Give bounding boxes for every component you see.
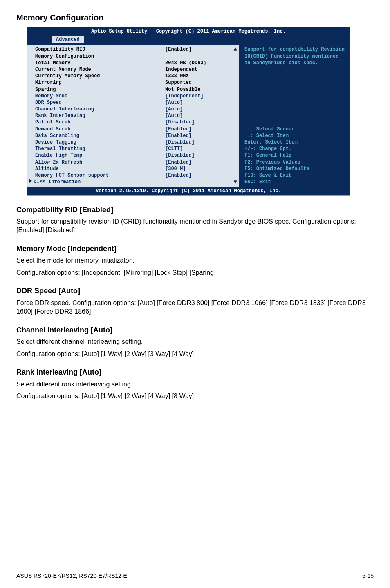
bios-setting-value[interactable]: [Auto] xyxy=(165,106,235,112)
bios-window: Aptio Setup Utility - Copyright (C) 2011… xyxy=(27,27,350,196)
heading-ddr-speed: DDR Speed [Auto] xyxy=(16,286,374,296)
heading-rank-int: Rank Interleaving [Auto] xyxy=(16,367,374,377)
bios-left-panel: ▲ Compatibility RID[Enabled]Memory Confi… xyxy=(27,43,240,187)
bios-header: Aptio Setup Utility - Copyright (C) 2011… xyxy=(27,27,350,43)
heading-compat-rid: Compatibility RID [Enabled] xyxy=(16,205,374,215)
bios-setting-value[interactable]: [CLTT] xyxy=(165,146,235,152)
bios-setting-value[interactable]: [Disabled] xyxy=(165,139,235,146)
bios-setting-value[interactable]: [Enabled] xyxy=(165,159,235,166)
bios-setting-label: Memory Mode xyxy=(35,93,165,99)
help-f5: F5: Optimized Defaults xyxy=(244,166,347,172)
bios-setting-row[interactable]: Thermal Throtting[CLTT] xyxy=(35,146,235,152)
para-rank-int-2: Configuration options: [Auto] [1 Way] [2… xyxy=(16,392,374,401)
help-f2: F2: Previous Values xyxy=(244,159,347,166)
help-enter: Enter: Select Item xyxy=(244,139,347,146)
bios-setting-label: Total Memory xyxy=(35,60,165,66)
bios-setting-label: Enable High Temp xyxy=(35,152,165,159)
bios-setting-label: Current Memory Mode xyxy=(35,66,165,73)
bios-footer: Version 2.15.1219. Copyright (C) 2011 Am… xyxy=(27,187,350,195)
para-chan-int-1: Select different channel interleaving se… xyxy=(16,337,374,346)
bios-setting-value: Supported xyxy=(165,79,235,86)
bios-setting-label: Compatibility RID xyxy=(35,46,165,53)
bios-setting-label: Demand Scrub xyxy=(35,126,165,132)
heading-mem-mode: Memory Mode [Independent] xyxy=(16,244,374,254)
bios-setting-label: Data Scrambling xyxy=(35,132,165,139)
para-mem-mode-2: Configuration options: [Independent] [Mi… xyxy=(16,268,374,277)
bios-setting-value: [Enabled] xyxy=(165,46,235,53)
bios-submenu[interactable]: DIMM Information xyxy=(29,179,235,185)
bios-setting-row[interactable]: Rank Interleaving[Auto] xyxy=(35,112,235,119)
bios-setting-label: Memory HOT Sensor support xyxy=(35,172,165,179)
heading-chan-int: Channel Interleaving [Auto] xyxy=(16,325,374,335)
bios-setting-value[interactable]: [Auto] xyxy=(165,99,235,106)
bios-setting-label: Currently Memory Speed xyxy=(35,73,165,79)
bios-setting-row[interactable]: Channel Interleaving[Auto] xyxy=(35,106,235,112)
bios-setting-value[interactable]: [Disabled] xyxy=(165,152,235,159)
bios-setting-label: Rank Interleaving xyxy=(35,112,165,119)
bios-setting-row[interactable]: Memory HOT Sensor support[Enabled] xyxy=(35,172,235,179)
bios-setting-row[interactable]: Memory Mode[Independent] xyxy=(35,93,235,99)
bios-submenu-label: DIMM Information xyxy=(34,179,81,185)
bios-setting-row[interactable]: Enable High Temp[Disabled] xyxy=(35,152,235,159)
bios-setting-value[interactable]: [Independent] xyxy=(165,93,235,99)
bios-setting-label: Thermal Throtting xyxy=(35,146,165,152)
bios-setting-value: 2048 MB (DDR3) xyxy=(165,60,235,66)
scroll-down-icon[interactable]: ▼ xyxy=(234,178,237,186)
bios-setting-value[interactable]: [Enabled] xyxy=(165,132,235,139)
bios-setting-row: Total Memory2048 MB (DDR3) xyxy=(35,60,235,66)
bios-setting-label: Patrol Scrub xyxy=(35,119,165,126)
help-select-item: ↑↓: Select Item xyxy=(244,132,347,139)
para-chan-int-2: Configuration options: [Auto] [1 Way] [2… xyxy=(16,350,374,359)
bios-setting-label: Device Tagging xyxy=(35,139,165,146)
para-ddr-speed: Force DDR speed. Configuration options: … xyxy=(16,298,374,316)
bios-help-panel: Support for compatibility Revision ID(CR… xyxy=(240,43,350,187)
submenu-icon xyxy=(29,179,32,183)
bios-setting-value: Independent xyxy=(165,66,235,73)
bios-setting-row[interactable]: Patrol Scrub[Disabled] xyxy=(35,119,235,126)
help-esc: ESC: Exit xyxy=(244,179,347,185)
bios-setting-label: Mirroring xyxy=(35,79,165,86)
bios-setting-label: Sparing xyxy=(35,86,165,93)
bios-setting-value[interactable]: [Disabled] xyxy=(165,119,235,126)
help-f10: F10: Save & Exit xyxy=(244,172,347,179)
bios-setting-label: Allow 2x Refresh xyxy=(35,159,165,166)
page-heading: Memory Configuration xyxy=(16,12,374,23)
bios-setting-value xyxy=(165,53,235,60)
bios-setting-value: 1333 MHz xyxy=(165,73,235,79)
scroll-up-icon[interactable]: ▲ xyxy=(234,45,237,53)
bios-setting-row: Memory Configuration xyxy=(35,53,235,60)
bios-setting-label: DDR Speed xyxy=(35,99,165,106)
bios-setting-value[interactable]: [Enabled] xyxy=(165,172,235,179)
bios-setting-row[interactable]: Device Tagging[Disabled] xyxy=(35,139,235,146)
bios-setting-row: Currently Memory Speed1333 MHz xyxy=(35,73,235,79)
bios-setting-label: Altitude xyxy=(35,166,165,172)
help-select-screen: →←: Select Screen xyxy=(244,126,347,132)
bios-setting-row[interactable]: Data Scrambling[Enabled] xyxy=(35,132,235,139)
para-rank-int-1: Select different rank interleaving setti… xyxy=(16,380,374,389)
bios-setting-label: Channel Interleaving xyxy=(35,106,165,112)
bios-setting-row[interactable]: Altitude[300 M] xyxy=(35,166,235,172)
bios-setting-value: Not Possible xyxy=(165,86,235,93)
bios-tab-advanced[interactable]: Advanced xyxy=(52,36,84,43)
bios-setting-row[interactable]: Demand Scrub[Enabled] xyxy=(35,126,235,132)
help-f1: F1: General Help xyxy=(244,152,347,159)
bios-setting-row: Current Memory ModeIndependent xyxy=(35,66,235,73)
bios-setting-row: Compatibility RID[Enabled] xyxy=(35,46,235,53)
bios-setting-value[interactable]: [Enabled] xyxy=(165,126,235,132)
para-compat-rid: Support for compatibility revision ID (C… xyxy=(16,217,374,235)
bios-setting-label: Memory Configuration xyxy=(35,53,165,60)
bios-setting-row: MirroringSupported xyxy=(35,79,235,86)
para-mem-mode-1: Select the mode for memory initializaton… xyxy=(16,256,374,265)
bios-setting-value[interactable]: [300 M] xyxy=(165,166,235,172)
bios-title: Aptio Setup Utility - Copyright (C) 2011… xyxy=(27,27,350,36)
bios-setting-row[interactable]: Allow 2x Refresh[Enabled] xyxy=(35,159,235,166)
help-change: +/-: Change Opt. xyxy=(244,146,347,152)
bios-setting-value[interactable]: [Auto] xyxy=(165,112,235,119)
bios-setting-row[interactable]: DDR Speed[Auto] xyxy=(35,99,235,106)
bios-setting-row: SparingNot Possible xyxy=(35,86,235,93)
bios-help-keys: →←: Select Screen ↑↓: Select Item Enter:… xyxy=(244,126,347,186)
bios-help-text: Support for compatibility Revision ID(CR… xyxy=(244,46,347,66)
